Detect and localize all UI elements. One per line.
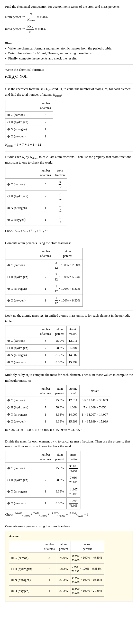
table-row: N (nitrogen) 1 1 12 [5,202,67,214]
ans-col-atom-pct: atompercent [57,541,70,552]
mm-masscalc-c: 3 × 12.011 = 36.033 [80,397,110,404]
ap-icon-o [7,299,10,302]
mm-total: m = 36.033 u + 7.056 u + 14.007 u + 15.9… [5,427,133,432]
plan-list: Write the chemical formula and gather at… [5,46,133,61]
mm-label-h: H (hydrogen) [11,405,28,410]
mm-icon-h [7,406,10,409]
af-icon-c [7,183,10,186]
mm-pct-c: 25.0% [53,397,66,404]
ans-icon-o [11,590,14,592]
count-atoms-intro: Use the chemical formula, (CH3)2C=NOH, t… [5,86,133,98]
af-count-h: 7 [38,190,53,202]
mf-col-frac: massfraction [66,451,80,462]
ap-col-pct: atompercent [53,248,82,259]
mf-label-h: H (hydrogen) [11,478,28,482]
atomic-masses-table: numberof atoms atompercent atomicmass/u … [5,326,80,366]
mm-col-num: numberof atoms [38,385,53,397]
ans-col-mass-pct: masspercent [70,541,104,552]
element-cell: C (carbon) [5,112,38,119]
mm-pct-n: 8.33% [53,411,66,418]
ap-count-h: 7 [38,271,53,283]
table-row: N (nitrogen) 1 8.33% 14.007 1 × 14.007 =… [5,411,110,418]
ans-label-o: O (oxygen) [15,589,29,593]
am-label-c: C (carbon) [11,338,25,343]
table-row: C (carbon) 3 3 12 [5,179,67,190]
ans-icon-c [11,557,14,559]
mf-frac-c: 36.033 73.095 [66,462,80,474]
ap-label-c: C (carbon) [11,263,25,268]
ans-masspct-n: 14.007 73.095 × 100% = 19.16% [70,575,104,586]
af-col-element [5,167,38,179]
atom-fractions-intro: Divide each Ni by Natoms to calculate at… [5,154,133,165]
mm-label-n: N (nitrogen) [11,412,27,417]
am-col-mass: atomicmass/u [66,326,79,337]
table-row: N (nitrogen) 1 1 12 × 100% = 8.33% [5,283,83,295]
ans-col-element [9,541,42,552]
mm-count-n: 1 [38,411,53,418]
mm-amass-c: 12.011 [66,397,79,404]
mf-icon-o [7,502,10,505]
ans-masspct-c: 36.033 73.095 × 100% = 49.30% [70,552,104,564]
ap-pct-n: 1 12 × 100% = 8.33% [53,283,82,295]
af-count-o: 1 [38,214,53,226]
ans-masspct-h: 7.056 73.095 × 100% = 9.653% [70,564,104,575]
table-row: N (nitrogen) 1 8.33% 14.007 73.095 [5,486,80,498]
am-icon-n [7,354,10,356]
am-label-h: H (hydrogen) [11,346,28,350]
ans-atompct-o: 8.33% [57,586,70,597]
mf-label-n: N (nitrogen) [11,489,27,494]
plan-step-2: Determine values for Ni, mi, Natoms, and… [5,51,133,56]
table-row: H (hydrogen) 7 58.3% 1.008 [5,345,80,352]
am-col-element [5,326,38,337]
table-row: O (oxygen) 1 8.33% 15.999 1 × 15.999 = 1… [5,418,110,425]
af-col-frac: atomfraction [53,167,67,179]
mm-masscalc-o: 1 × 15.999 = 15.999 [80,418,110,425]
formula-display: (CH3)2C=NOH [5,74,133,80]
ap-count-c: 3 [38,259,53,271]
mf-intro: Divide the mass for each element by m to… [5,439,133,449]
element-icon-h [7,121,10,123]
af-icon-h [7,195,10,197]
mm-icon-o [7,420,10,423]
atomic-masses-section: Look up the atomic mass, mi, in unified … [5,313,133,366]
af-count-n: 1 [38,202,53,214]
table-row: H (hydrogen) 7 [5,119,53,126]
af-check: Check: 3/12 + 7/12 + 1/12 + 1/12 = 1 [5,228,133,234]
count-c: 3 [38,112,53,119]
mass-fractions-table: numberof atoms atompercent massfraction … [5,451,80,509]
plan-step-1: Write the chemical formula and gather at… [5,46,133,51]
mf-icon-c [7,467,10,469]
ans-label-c: C (carbon) [15,556,29,560]
am-label-n: N (nitrogen) [11,353,27,358]
mf-count-h: 7 [38,474,53,486]
element-label-o: O (oxygen) [11,134,25,139]
mf-count-o: 1 [38,498,53,509]
mf-frac-o: 15.999 73.095 [66,498,80,509]
mf-label-o: O (oxygen) [11,501,25,506]
ans-label-n: N (nitrogen) [15,578,31,582]
mass-fractions-section: Divide the mass for each element by m to… [5,439,133,518]
mass-percent-formula: mass percent = Nimi m × 100% [5,24,133,34]
mf-frac-n: 14.007 73.095 [66,486,80,498]
table-row: H (hydrogen) 7 58.3% 7.056 73.095 [5,474,80,486]
element-cell: N (nitrogen) [5,126,38,133]
mm-intro: Multiply Ni by mi to compute the mass fo… [5,372,133,383]
table-row: H (hydrogen) 7 7 12 [5,190,67,202]
ans-masspct-o: 15.999 73.095 × 100% = 21.89% [70,586,104,597]
intro-text: Find the elemental composition for aceto… [5,4,133,9]
table-row: O (oxygen) 1 1 12 × 100% = 8.33% [5,295,83,306]
mf-col-pct: atompercent [53,451,66,462]
answer-label: Answer: [9,534,129,539]
am-pct-n: 8.33% [53,351,66,359]
mf-pct-n: 8.33% [53,486,66,498]
mass-percent-frac: Nimi m × 100% [26,27,45,31]
am-pct-c: 25.0% [53,337,66,345]
am-mass-o: 15.999 [66,359,79,366]
element-icon-n [7,128,10,130]
ap-pct-h: 7 12 × 100% = 58.3% [53,271,82,283]
ap-label-o: O (oxygen) [11,298,25,303]
af-count-c: 3 [38,179,53,190]
ans-label-h: H (hydrogen) [15,567,32,571]
element-icon-c [7,114,10,116]
af-label-n: N (nitrogen) [11,206,27,210]
